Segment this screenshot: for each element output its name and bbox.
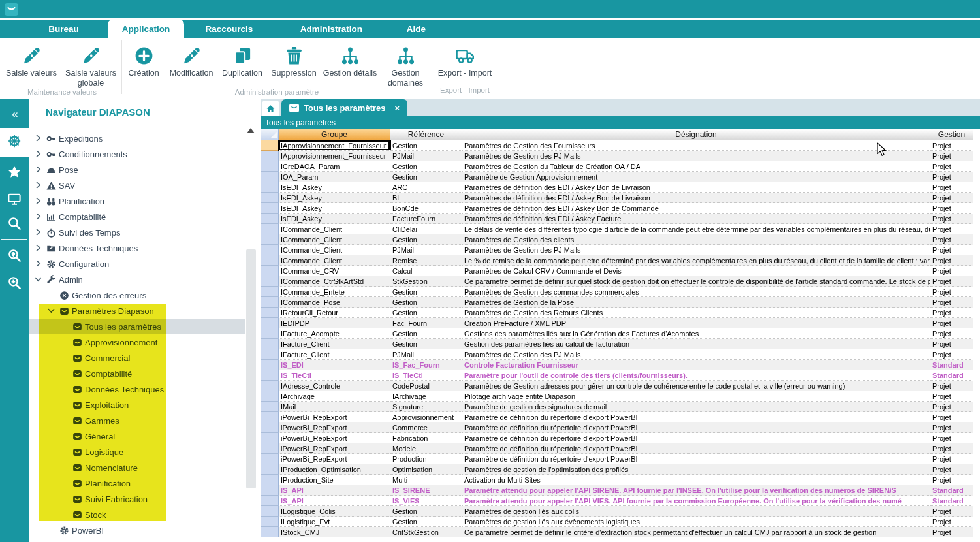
toolbar-button-duplication[interactable]: Duplication	[217, 43, 267, 78]
row-header-cell[interactable]	[261, 245, 279, 255]
cell-designation[interactable]: Paramètres de Gestion adresses pour gére…	[462, 381, 930, 391]
cell-reference[interactable]: Approvisionnement	[390, 412, 462, 422]
cell-designation[interactable]: Paramètres de Gestion de la Pose	[462, 297, 930, 308]
cell-reference[interactable]: PJMail	[390, 349, 462, 360]
row-header-cell[interactable]	[261, 517, 279, 527]
cell-groupe[interactable]: IStock_CMJ	[279, 527, 390, 537]
sidebar-item-nomenclature[interactable]: Nomenclature	[29, 460, 245, 475]
sidebar-item-commercial[interactable]: Commercial	[29, 350, 245, 366]
cell-groupe[interactable]: ILogistique_Colis	[279, 506, 390, 517]
row-header-cell[interactable]	[261, 318, 279, 328]
cell-groupe[interactable]: iPowerBi_RepExport	[279, 443, 390, 454]
toolbar-button-suppression[interactable]: Suppression	[267, 43, 321, 78]
sidebar-item-suivi-des-temps[interactable]: Suivi des Temps	[29, 225, 245, 240]
cell-reference[interactable]: Production	[390, 454, 462, 464]
cell-designation[interactable]: Controle Facturation Fournisseur	[462, 360, 930, 370]
cell-designation[interactable]: Le % de remise de la commande peut etre …	[462, 255, 930, 266]
sidebar-item-donnees-techniques[interactable]: Données Techniques	[29, 240, 245, 256]
scrollbar-thumb[interactable]	[246, 249, 256, 488]
cell-reference[interactable]: Fabrication	[390, 433, 462, 443]
cell-gestion[interactable]: Projet	[930, 475, 973, 485]
chevron-right-icon[interactable]	[34, 165, 43, 174]
rail-app-wheel[interactable]	[0, 128, 29, 157]
row-header-cell[interactable]	[261, 485, 279, 496]
row-header-cell[interactable]	[261, 193, 279, 203]
cell-groupe[interactable]: IRetourCli_Retour	[279, 308, 390, 318]
cell-designation[interactable]: Gestion des paramètres liés au calcul de…	[462, 339, 930, 349]
cell-groupe[interactable]: ICommande_CRV	[279, 266, 390, 276]
sidebar-item-comptabilite[interactable]: Comptabilité	[29, 366, 245, 381]
row-header-cell[interactable]	[261, 443, 279, 454]
toolbar-button-export-import[interactable]: Export - Import	[432, 43, 498, 78]
cell-designation[interactable]: Activation du Multi Sites	[462, 475, 930, 485]
cell-groupe[interactable]: IFacture_Client	[279, 339, 390, 349]
chevron-right-icon[interactable]	[34, 259, 43, 268]
row-header-cell[interactable]	[261, 464, 279, 475]
row-header-cell[interactable]	[261, 287, 279, 297]
row-header-cell[interactable]	[261, 224, 279, 234]
cell-groupe[interactable]: ICreDAOA_Param	[279, 161, 390, 172]
sidebar-item-gestion-des-erreurs[interactable]: Gestion des erreurs	[29, 287, 245, 303]
row-header-cell[interactable]	[261, 266, 279, 276]
cell-reference[interactable]: IArchivage	[390, 391, 462, 402]
cell-gestion[interactable]: Projet	[930, 151, 973, 161]
row-header-cell[interactable]	[261, 370, 279, 381]
row-header-cell[interactable]	[261, 140, 279, 151]
row-header-cell[interactable]	[261, 433, 279, 443]
cell-gestion[interactable]: Projet	[930, 172, 973, 182]
cell-groupe[interactable]: iPowerBi_RepExport	[279, 433, 390, 443]
sidebar-item-general[interactable]: Général	[29, 428, 245, 444]
cell-gestion[interactable]: Projet	[930, 454, 973, 464]
row-header-cell[interactable]	[261, 203, 279, 214]
cell-designation[interactable]: Paramètre de définition du répertoire d'…	[462, 422, 930, 433]
cell-gestion[interactable]: Projet	[930, 339, 973, 349]
chevron-right-icon[interactable]	[34, 134, 43, 143]
cell-groupe[interactable]: ICommande_CtrStkArtStd	[279, 276, 390, 287]
cell-gestion[interactable]: Projet	[930, 433, 973, 443]
row-header-cell[interactable]	[261, 214, 279, 224]
cell-gestion[interactable]: Projet	[930, 245, 973, 255]
cell-groupe[interactable]: IProduction_Site	[279, 475, 390, 485]
cell-reference[interactable]: Gestion	[390, 339, 462, 349]
cell-groupe[interactable]: IS_API	[279, 485, 390, 496]
column-header-groupe[interactable]: Groupe	[279, 129, 390, 140]
cell-gestion[interactable]: Projet	[930, 412, 973, 422]
row-header-cell[interactable]	[261, 308, 279, 318]
cell-groupe[interactable]: ICommande_Client	[279, 255, 390, 266]
cell-designation[interactable]: Ce parametre permet de définir sur quel …	[462, 276, 930, 287]
cell-groupe[interactable]: IS_EDI	[279, 360, 390, 370]
cell-reference[interactable]: Gestion	[390, 161, 462, 172]
cell-gestion[interactable]: Projet	[930, 193, 973, 203]
sidebar-item-admin[interactable]: Admin	[29, 272, 245, 287]
sidebar-item-pose[interactable]: Pose	[29, 162, 245, 178]
cell-groupe[interactable]: IApprovisionnement_Fournisseur	[279, 140, 390, 151]
cell-gestion[interactable]: Projet	[930, 140, 973, 151]
chevron-right-icon[interactable]	[34, 150, 43, 159]
chevron-down-icon[interactable]	[34, 275, 43, 284]
rail-search[interactable]	[0, 212, 29, 238]
row-header-cell[interactable]	[261, 182, 279, 193]
cell-designation[interactable]: Paramètres de Gestion des PJ Mails	[462, 245, 930, 255]
cell-reference[interactable]: BL	[390, 193, 462, 203]
cell-designation[interactable]: Paramètre de définition du répertoire d'…	[462, 443, 930, 454]
cell-designation[interactable]: Paramètres de Gestion des PJ Mails	[462, 349, 930, 360]
close-tab-icon[interactable]: ×	[394, 103, 400, 113]
cell-gestion[interactable]: Projet	[930, 234, 973, 245]
cell-reference[interactable]: Gestion	[390, 506, 462, 517]
cell-designation[interactable]: Gestions des paramètres liés aux la Géné…	[462, 328, 930, 339]
chevron-right-icon[interactable]	[34, 197, 43, 206]
cell-groupe[interactable]: IFacture_Acompte	[279, 328, 390, 339]
cell-groupe[interactable]: IArchivage	[279, 391, 390, 402]
cell-designation[interactable]: Paramètre attendu pour appeler l'API VIE…	[462, 496, 930, 506]
cell-groupe[interactable]: IsEDI_Askey	[279, 203, 390, 214]
cell-reference[interactable]: Gestion	[390, 140, 462, 151]
rail-search-location[interactable]	[0, 243, 29, 270]
document-tab[interactable]: Tous les paramètres ×	[281, 99, 407, 116]
row-header-cell[interactable]	[261, 255, 279, 266]
cell-reference[interactable]: Gestion	[390, 517, 462, 527]
row-header-cell[interactable]	[261, 391, 279, 402]
ribbon-tab-raccourcis[interactable]: Raccourcis	[184, 20, 274, 38]
cell-gestion[interactable]: Projet	[930, 266, 973, 276]
cell-gestion[interactable]: Projet	[930, 224, 973, 234]
chevron-right-icon[interactable]	[34, 244, 43, 253]
